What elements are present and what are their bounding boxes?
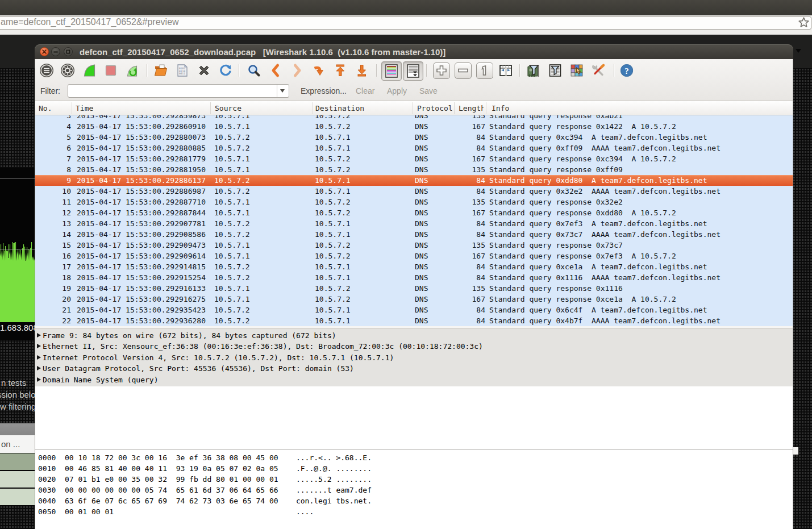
- list-interfaces-icon[interactable]: [39, 63, 54, 78]
- window-close-button[interactable]: [40, 47, 49, 56]
- apply-button[interactable]: Apply: [387, 86, 407, 95]
- zoom-in-icon[interactable]: [433, 63, 450, 79]
- packet-cell-no: 6: [35, 143, 71, 153]
- packet-cell-info: Standard query response 0xce1a A 10.5.7.…: [489, 294, 676, 305]
- expression-button[interactable]: Expression...: [301, 86, 347, 95]
- packet-row-5[interactable]: 52015-04-17 15:53:00.29288007310.5.7.210…: [35, 132, 793, 143]
- column-header-protocol[interactable]: Protocol: [417, 101, 453, 115]
- start-capture-icon[interactable]: [82, 63, 97, 78]
- column-separator[interactable]: [210, 102, 211, 114]
- browser-titlebar: [0, 0, 812, 16]
- packet-row-8[interactable]: 82015-04-17 15:53:00.29288195010.5.7.110…: [35, 164, 793, 175]
- packet-row-15[interactable]: 152015-04-17 15:53:00.29290947310.5.7.11…: [35, 240, 793, 251]
- resize-columns-icon[interactable]: [498, 63, 513, 78]
- packet-row-17[interactable]: 172015-04-17 15:53:00.29291481510.5.7.21…: [35, 261, 793, 272]
- packet-row-22[interactable]: 222015-04-17 15:53:00.29293628010.5.7.21…: [35, 315, 793, 326]
- expand-triangle-icon[interactable]: [37, 344, 41, 348]
- packet-row-4[interactable]: 42015-04-17 15:53:00.29286091010.5.7.110…: [35, 121, 793, 132]
- capture-options-icon[interactable]: [60, 63, 75, 78]
- packet-cell-src: 10.5.7.2: [214, 261, 250, 272]
- detail-row[interactable]: Ethernet II, Src: Xensourc_ef:36:38 (00:…: [35, 341, 793, 352]
- column-separator[interactable]: [486, 102, 486, 114]
- detail-row[interactable]: Domain Name System (query): [35, 374, 793, 385]
- restart-capture-icon[interactable]: [125, 63, 140, 78]
- packet-row-18[interactable]: 182015-04-17 15:53:00.29291525410.5.7.21…: [35, 272, 793, 283]
- packet-cell-proto: DNS: [415, 153, 428, 164]
- expand-triangle-icon[interactable]: [37, 333, 41, 338]
- zoom-out-icon[interactable]: [455, 63, 472, 79]
- packet-cell-no: 14: [35, 229, 71, 240]
- bookmark-star-icon[interactable]: [798, 16, 810, 28]
- find-packet-icon[interactable]: [247, 63, 261, 78]
- packet-row-21[interactable]: 212015-04-17 15:53:00.29293542310.5.7.21…: [35, 305, 793, 315]
- hex-row[interactable]: 0020 07 01 b1 e0 00 35 00 32 99 fb dd 80…: [38, 474, 788, 485]
- close-file-icon[interactable]: [197, 63, 211, 78]
- detail-row[interactable]: Frame 9: 84 bytes on wire (672 bits), 84…: [35, 330, 793, 341]
- packet-row-10[interactable]: 102015-04-17 15:53:00.29288698710.5.7.21…: [35, 186, 793, 197]
- clear-button[interactable]: Clear: [356, 86, 374, 95]
- packet-cell-src: 10.5.7.1: [214, 121, 250, 132]
- column-separator[interactable]: [72, 102, 72, 114]
- packet-row-12[interactable]: 122015-04-17 15:53:00.29288784410.5.7.11…: [35, 207, 793, 218]
- hex-row[interactable]: 0050 00 01 00 01 ....: [38, 506, 788, 517]
- expand-triangle-icon[interactable]: [37, 377, 41, 382]
- packet-row-9-selected[interactable]: 92015-04-17 15:53:00.29288613710.5.7.210…: [35, 175, 793, 186]
- hex-row[interactable]: 0030 00 00 00 00 00 00 05 74 65 61 6d 37…: [38, 485, 788, 495]
- capture-filters-icon[interactable]: [526, 63, 541, 78]
- column-header-info[interactable]: Info: [492, 101, 787, 115]
- packet-row-3[interactable]: 32015-04-17 15:53:00.29285987310.5.7.110…: [35, 115, 793, 121]
- packet-row-11[interactable]: 112015-04-17 15:53:00.29288771010.5.7.11…: [35, 197, 793, 207]
- stop-capture-icon[interactable]: [103, 63, 118, 78]
- column-header-no[interactable]: No.: [39, 101, 70, 115]
- detail-row[interactable]: User Datagram Protocol, Src Port: 45536 …: [35, 363, 793, 374]
- open-file-icon[interactable]: [153, 63, 168, 78]
- packet-row-20[interactable]: 202015-04-17 15:53:00.29291627510.5.7.11…: [35, 294, 793, 305]
- go-to-bottom-icon[interactable]: [355, 63, 369, 78]
- filter-input[interactable]: [68, 84, 289, 98]
- expand-triangle-icon[interactable]: [37, 366, 41, 370]
- window-maximize-button[interactable]: [64, 47, 73, 56]
- packet-row-6[interactable]: 62015-04-17 15:53:00.29288088510.5.7.210…: [35, 143, 793, 153]
- column-separator[interactable]: [454, 102, 455, 114]
- autoscroll-toggle-icon[interactable]: [403, 61, 423, 81]
- main-toolbar: 010101100011? Filter: Expression... Clea…: [35, 59, 793, 101]
- go-back-icon[interactable]: [268, 63, 283, 78]
- go-forward-icon[interactable]: [290, 63, 305, 78]
- coloring-rules-icon[interactable]: [569, 63, 584, 78]
- packet-row-16[interactable]: 162015-04-17 15:53:00.29290961410.5.7.11…: [35, 251, 793, 261]
- preferences-icon[interactable]: [591, 63, 606, 78]
- filter-dropdown-button[interactable]: [277, 85, 289, 97]
- go-to-packet-icon[interactable]: [311, 63, 326, 78]
- packet-row-14[interactable]: 142015-04-17 15:53:00.29290858610.5.7.21…: [35, 229, 793, 240]
- display-filters-icon[interactable]: [548, 63, 563, 78]
- column-header-time[interactable]: Time: [76, 101, 209, 115]
- column-separator[interactable]: [413, 102, 413, 114]
- packet-row-partial[interactable]: 32015-04-17 15:53:00.29285987310.5.7.110…: [35, 115, 793, 121]
- packet-row-7[interactable]: 72015-04-17 15:53:00.29288177910.5.7.110…: [35, 153, 793, 164]
- save-button[interactable]: Save: [419, 86, 438, 95]
- packet-row-13[interactable]: 132015-04-17 15:53:00.29290778110.5.7.21…: [35, 218, 793, 229]
- normal-size-icon[interactable]: [476, 63, 493, 79]
- packet-cell-proto: DNS: [415, 115, 428, 121]
- go-to-top-icon[interactable]: [333, 63, 348, 78]
- hex-row[interactable]: 0010 00 46 85 81 40 00 40 11 93 19 0a 05…: [38, 463, 788, 474]
- packet-cell-time: 2015-04-17 15:53:00.292936280: [77, 315, 206, 326]
- expand-triangle-icon[interactable]: [37, 355, 41, 360]
- column-header-destination[interactable]: Destination: [315, 101, 411, 115]
- packet-cell-dst: 10.5.7.1: [315, 218, 351, 229]
- toolbar-separator: [147, 64, 147, 77]
- detail-row[interactable]: Internet Protocol Version 4, Src: 10.5.7…: [35, 352, 793, 363]
- hex-row[interactable]: 0000 00 10 18 72 00 3c 00 16 3e ef 36 38…: [38, 452, 788, 463]
- packet-row-19[interactable]: 192015-04-17 15:53:00.29291613310.5.7.11…: [35, 283, 793, 294]
- window-minimize-button[interactable]: [51, 47, 60, 56]
- column-header-length[interactable]: Length: [459, 101, 484, 115]
- page-table-row: [0, 471, 35, 488]
- window-titlebar[interactable]: defcon_ctf_20150417_0652_download.pcap […: [35, 44, 793, 59]
- column-separator[interactable]: [313, 102, 313, 114]
- help-icon[interactable]: ?: [619, 63, 634, 78]
- colorize-toggle-icon[interactable]: [381, 61, 402, 81]
- save-file-icon[interactable]: 010101100011: [175, 63, 190, 78]
- column-header-source[interactable]: Source: [215, 101, 311, 115]
- hex-row[interactable]: 0040 63 6f 6e 07 6c 65 67 69 74 62 73 03…: [38, 495, 788, 506]
- reload-file-icon[interactable]: [218, 63, 233, 78]
